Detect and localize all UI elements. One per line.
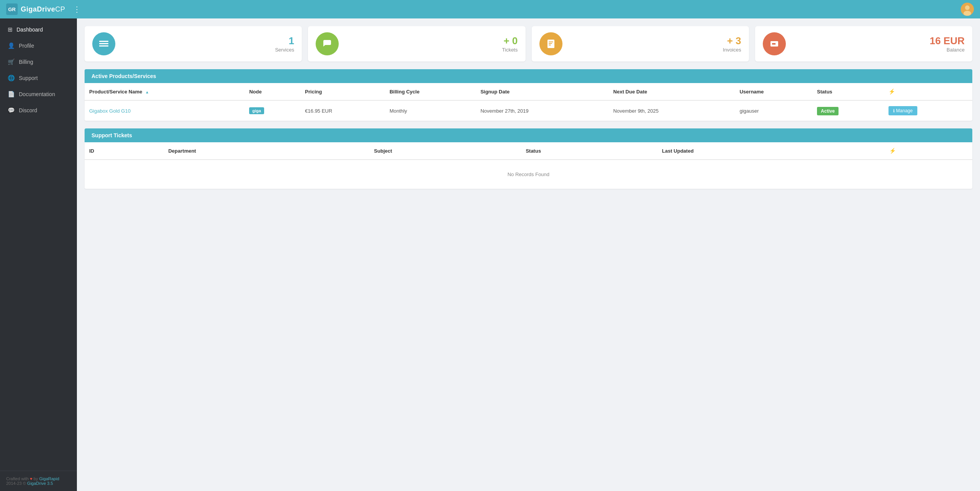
heart-icon: ♥: [30, 476, 34, 481]
gigarapid-link[interactable]: GigaRapid: [39, 476, 59, 481]
col-subject: Subject: [369, 142, 521, 160]
info-icon: ℹ: [893, 108, 895, 113]
sidebar-label-dashboard: Dashboard: [17, 27, 43, 33]
main-content: 1 Services + 0 Tickets: [77, 18, 980, 491]
invoices-icon-circle: [539, 32, 562, 55]
svg-rect-4: [99, 43, 108, 44]
svg-rect-3: [99, 41, 108, 42]
profile-icon: 👤: [8, 42, 15, 49]
sidebar-label-support: Support: [19, 75, 38, 81]
billing-cycle-cell: Monthly: [385, 100, 476, 121]
sort-icon: ▲: [145, 90, 149, 94]
services-value: 1: [289, 35, 294, 47]
stats-row: 1 Services + 0 Tickets: [85, 26, 972, 62]
sidebar-label-profile: Profile: [19, 43, 34, 49]
products-section: Active Products/Services Product/Service…: [85, 69, 972, 121]
svg-rect-9: [549, 45, 551, 45]
col-billing-cycle: Billing Cycle: [385, 83, 476, 100]
services-icon-circle: [92, 32, 115, 55]
col-next-due-date: Next Due Date: [609, 83, 735, 100]
signup-date-cell: November 27th, 2019: [476, 100, 609, 121]
stat-card-invoices: + 3 Invoices: [532, 26, 749, 62]
sidebar-item-support[interactable]: 🌐 Support: [0, 70, 77, 86]
col-status: Status: [812, 83, 884, 100]
svg-rect-7: [549, 42, 553, 42]
services-label: Services: [275, 47, 294, 53]
balance-value: 16 EUR: [930, 35, 965, 47]
documentation-icon: 📄: [8, 91, 15, 98]
tickets-icon-circle: [316, 32, 339, 55]
dashboard-icon: ⊞: [8, 26, 13, 33]
user-avatar[interactable]: [961, 3, 974, 16]
balance-label: Balance: [947, 47, 965, 53]
products-section-header: Active Products/Services: [85, 69, 972, 83]
svg-rect-8: [549, 43, 552, 44]
sidebar-item-discord[interactable]: 💬 Discord: [0, 102, 77, 118]
svg-point-12: [775, 43, 778, 45]
col-flash: ⚡: [884, 83, 972, 100]
col-ticket-status: Status: [521, 142, 657, 160]
support-icon: 🌐: [8, 75, 15, 82]
tickets-table-container: ID Department Subject Status Last Update…: [85, 142, 972, 189]
sidebar-label-billing: Billing: [19, 59, 33, 65]
logo: GR: [6, 3, 18, 15]
col-department: Department: [164, 142, 369, 160]
sidebar-label-documentation: Documentation: [19, 91, 55, 97]
no-records-cell: No Records Found: [85, 160, 972, 189]
layout: ⊞ Dashboard 👤 Profile 🛒 Billing 🌐 Suppor…: [0, 18, 980, 491]
col-id: ID: [85, 142, 164, 160]
col-ticket-flash: ⚡: [885, 142, 972, 160]
sidebar-item-documentation[interactable]: 📄 Documentation: [0, 86, 77, 102]
node-cell: giga: [245, 100, 300, 121]
tickets-section-header: Support Tickets: [85, 128, 972, 142]
sidebar-footer: Crafted with ♥ by GigaRapid 2014-23 © Gi…: [0, 471, 77, 491]
sidebar-item-dashboard[interactable]: ⊞ Dashboard: [0, 22, 77, 38]
col-username: Username: [735, 83, 812, 100]
gigadrive-link[interactable]: GigaDrive 3.5: [27, 481, 53, 486]
topnav: GR GigaDriveCP ⋮: [0, 0, 980, 18]
invoices-label: Invoices: [723, 47, 741, 53]
flash-icon-header: ⚡: [888, 88, 895, 95]
products-table: Product/Service Name ▲ Node Pricing Bill…: [85, 83, 972, 121]
product-name-link[interactable]: Gigabox Gold G10: [89, 108, 131, 114]
stat-card-services: 1 Services: [85, 26, 302, 62]
sidebar-item-profile[interactable]: 👤 Profile: [0, 38, 77, 54]
col-last-updated: Last Updated: [657, 142, 885, 160]
balance-stat-info: 16 EUR Balance: [792, 35, 965, 53]
svg-rect-5: [99, 45, 108, 47]
sidebar: ⊞ Dashboard 👤 Profile 🛒 Billing 🌐 Suppor…: [0, 18, 77, 491]
col-product-name[interactable]: Product/Service Name ▲: [85, 83, 245, 100]
stat-card-tickets: + 0 Tickets: [308, 26, 525, 62]
product-name-cell: Gigabox Gold G10: [85, 100, 245, 121]
tickets-value: + 0: [504, 35, 518, 47]
tickets-header-row: ID Department Subject Status Last Update…: [85, 142, 972, 160]
pricing-cell: €16.95 EUR: [300, 100, 385, 121]
col-signup-date: Signup Date: [476, 83, 609, 100]
products-table-header-row: Product/Service Name ▲ Node Pricing Bill…: [85, 83, 972, 100]
col-node: Node: [245, 83, 300, 100]
app-title: GigaDriveCP: [21, 5, 65, 13]
manage-button[interactable]: ℹ Manage: [888, 106, 917, 115]
sidebar-item-billing[interactable]: 🛒 Billing: [0, 54, 77, 70]
sidebar-label-discord: Discord: [19, 107, 37, 113]
status-badge: Active: [817, 107, 839, 115]
invoices-stat-info: + 3 Invoices: [569, 35, 741, 53]
stat-card-balance: 16 EUR Balance: [755, 26, 972, 62]
table-row: Gigabox Gold G10 giga €16.95 EUR Monthly…: [85, 100, 972, 121]
tickets-section: Support Tickets ID Department Subject St…: [85, 128, 972, 189]
no-records-row: No Records Found: [85, 160, 972, 189]
menu-icon[interactable]: ⋮: [73, 5, 81, 14]
brand: GR GigaDriveCP ⋮: [6, 3, 81, 15]
invoices-value: + 3: [727, 35, 741, 47]
manage-cell: ℹ Manage: [884, 100, 972, 121]
services-stat-info: 1 Services: [121, 35, 294, 53]
products-table-container: Product/Service Name ▲ Node Pricing Bill…: [85, 83, 972, 121]
tickets-table: ID Department Subject Status Last Update…: [85, 142, 972, 189]
flash-icon-tickets: ⚡: [889, 148, 896, 154]
next-due-date-cell: November 9th, 2025: [609, 100, 735, 121]
tickets-label: Tickets: [502, 47, 518, 53]
svg-point-1: [965, 5, 970, 10]
username-cell: gigauser: [735, 100, 812, 121]
status-cell: Active: [812, 100, 884, 121]
discord-icon: 💬: [8, 107, 15, 114]
